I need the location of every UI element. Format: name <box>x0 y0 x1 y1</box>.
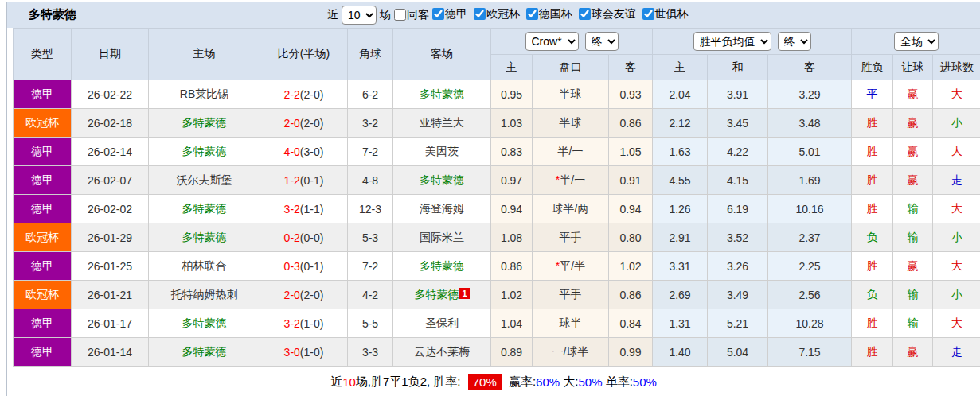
asia-home-odds: 0.89 <box>491 338 533 367</box>
asia-company-select[interactable]: Crow* <box>525 32 579 51</box>
score: 2-0(2-0) <box>260 281 348 309</box>
euro-home-odds: 1.31 <box>653 309 708 338</box>
subcol-goals: 进球数 <box>933 55 980 80</box>
match-date: 26-02-22 <box>72 80 149 109</box>
asia-handicap: 球半 <box>533 309 609 338</box>
euro-away-odds: 1.69 <box>768 166 852 195</box>
summary-segment: 大: <box>560 375 578 390</box>
league-badge: 欧冠杯 <box>14 109 72 138</box>
asia-handicap: 平手 <box>533 281 609 309</box>
asia-home-odds: 0.83 <box>491 138 533 166</box>
league-filter[interactable]: 欧冠杯 <box>470 7 520 21</box>
euro-home-odds: 1.63 <box>653 138 708 166</box>
league-filter-checkbox[interactable] <box>526 8 538 20</box>
red-card-badge: 1 <box>459 288 469 299</box>
away-team: 国际米兰 <box>393 223 491 252</box>
away-team: 多特蒙德 <box>393 166 491 195</box>
score: 1-2(0-1) <box>260 166 348 195</box>
euro-away-odds: 2.56 <box>768 281 852 309</box>
match-date: 26-01-17 <box>72 309 149 338</box>
asia-odds-header: Crow* 终 <box>491 29 653 55</box>
europe-type-select[interactable]: 胜平负均值 <box>693 32 771 51</box>
table-row: 德甲 26-02-14 多特蒙德 4-0(3-0) 7-2 美因茨 0.83 半… <box>14 138 980 166</box>
goals-result: 小 <box>933 109 980 138</box>
corner-score: 4-2 <box>348 281 393 309</box>
league-badge: 德甲 <box>14 138 72 166</box>
scope-select[interactable]: 全场 <box>894 32 939 51</box>
same-away-checkbox[interactable] <box>394 9 406 21</box>
league-badge: 德甲 <box>14 309 72 338</box>
handicap-result: 输 <box>893 223 933 252</box>
summary-segment: 场,胜7平1负2, 胜率: <box>356 375 464 390</box>
away-team: 多特蒙德 <box>393 80 491 109</box>
table-row: 德甲 26-01-25 柏林联合 0-3(0-1) 7-2 多特蒙德 0.86 … <box>14 252 980 281</box>
league-filter[interactable]: 德甲 <box>429 7 467 21</box>
table-header: 类型 日期 主场 比分(半场) 角球 客场 Crow* 终 <box>14 29 980 80</box>
euro-home-odds: 4.55 <box>653 166 708 195</box>
home-team: 托特纳姆热刺 <box>149 281 260 309</box>
summary-segment: 10 <box>342 375 356 389</box>
score: 0-3(0-1) <box>260 252 348 281</box>
summary-segment: 近 <box>330 375 342 390</box>
table-row: 欧冠杯 26-01-21 托特纳姆热刺 2-0(2-0) 4-2 多特蒙德1 1… <box>14 281 980 309</box>
recent-count-select[interactable]: 10 <box>342 6 377 25</box>
handicap-result: 输 <box>893 309 933 338</box>
league-filter[interactable]: 球会友谊 <box>576 7 636 21</box>
euro-home-odds: 3.31 <box>653 252 708 281</box>
league-filter-checkbox[interactable] <box>474 8 486 20</box>
corner-score: 12-3 <box>348 195 393 223</box>
col-header-away: 客场 <box>393 29 491 80</box>
europe-odds-header: 胜平负均值 终 <box>653 29 852 55</box>
corner-score: 4-8 <box>348 166 393 195</box>
goals-result: 大 <box>933 138 980 166</box>
handicap-result: 赢 <box>893 138 933 166</box>
asia-away-odds: 1.02 <box>609 252 653 281</box>
match-result: 胜 <box>852 138 893 166</box>
europe-time-select[interactable]: 终 <box>778 32 811 51</box>
col-header-date: 日期 <box>72 29 149 80</box>
league-filter-label: 德甲 <box>445 7 467 21</box>
league-filters: 德甲 欧冠杯 德国杯 球会友谊 世俱杯 <box>429 7 689 23</box>
panel: 多特蒙德 近 10 场 同客 德甲 欧冠杯 德国杯 球会友谊 世俱杯 <box>6 2 980 396</box>
match-date: 26-01-21 <box>72 281 149 309</box>
subcol-handicap-res: 让球 <box>893 55 933 80</box>
league-filter[interactable]: 德国杯 <box>523 7 572 21</box>
goals-result: 小 <box>933 281 980 309</box>
same-away-filter[interactable]: 同客 <box>391 8 429 22</box>
goals-result: 小 <box>933 223 980 252</box>
asia-handicap: 半球 <box>533 80 609 109</box>
league-filter[interactable]: 世俱杯 <box>639 7 689 21</box>
subcol-euro-home: 主 <box>653 55 708 80</box>
asia-home-odds: 1.08 <box>491 223 533 252</box>
asia-away-odds: 0.94 <box>609 195 653 223</box>
match-date: 26-01-29 <box>72 223 149 252</box>
score: 0-2(0-0) <box>260 223 348 252</box>
goals-result: 走 <box>933 338 980 367</box>
col-header-corner: 角球 <box>348 29 393 80</box>
table-row: 德甲 26-02-02 多特蒙德 3-2(1-1) 12-3 海登海姆 0.94… <box>14 195 980 223</box>
league-filter-checkbox[interactable] <box>579 8 591 20</box>
score: 2-0(2-0) <box>260 109 348 138</box>
league-badge: 欧冠杯 <box>14 223 72 252</box>
home-team: 多特蒙德 <box>149 309 260 338</box>
euro-home-odds: 2.91 <box>653 223 708 252</box>
euro-away-odds: 10.28 <box>768 309 852 338</box>
goals-result: 大 <box>933 80 980 109</box>
asia-home-odds: 1.02 <box>491 281 533 309</box>
away-team: 海登海姆 <box>393 195 491 223</box>
match-date: 26-02-18 <box>72 109 149 138</box>
score: 3-0(1-0) <box>260 338 348 367</box>
euro-home-odds: 2.12 <box>653 109 708 138</box>
asia-handicap: *半/一 <box>533 166 609 195</box>
asia-time-select[interactable]: 终 <box>585 32 619 51</box>
league-filter-label: 德国杯 <box>539 7 572 21</box>
league-filter-checkbox[interactable] <box>642 8 654 20</box>
league-filter-checkbox[interactable] <box>432 8 444 20</box>
euro-draw-odds: 6.19 <box>708 195 768 223</box>
home-team: RB莱比锡 <box>149 80 260 109</box>
euro-home-odds: 1.26 <box>653 195 708 223</box>
recent-label: 近 <box>327 8 338 22</box>
match-result: 胜 <box>852 252 893 281</box>
match-date: 26-02-02 <box>72 195 149 223</box>
euro-away-odds: 3.48 <box>768 109 852 138</box>
